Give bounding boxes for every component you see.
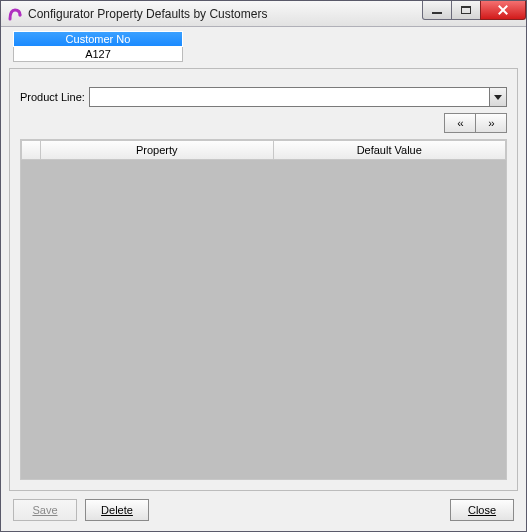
nav-buttons: ‹‹ ›› [20,113,507,133]
save-button-label: Save [32,504,57,516]
delete-button[interactable]: Delete [85,499,149,521]
close-window-button[interactable] [480,1,526,20]
next-button[interactable]: ›› [475,113,507,133]
svg-point-0 [19,13,22,16]
grid-body[interactable] [21,160,506,479]
main-panel: Product Line: ‹‹ ›› Property Default Val… [9,68,518,491]
maximize-button[interactable] [451,1,481,20]
customer-no-header: Customer No [13,31,183,47]
close-button-label: Close [468,504,496,516]
delete-button-label: Delete [101,504,133,516]
column-default-value[interactable]: Default Value [274,140,507,160]
minimize-button[interactable] [422,1,452,20]
product-line-label: Product Line: [20,91,85,103]
customer-grid: Customer No A127 [13,31,183,62]
app-icon [7,6,23,22]
close-button[interactable]: Close [450,499,514,521]
grid-header-row: Property Default Value [21,140,506,160]
product-line-combo[interactable] [89,87,507,107]
product-line-row: Product Line: [20,87,507,107]
window-title: Configurator Property Defaults by Custom… [28,7,267,21]
column-property[interactable]: Property [41,140,274,160]
product-line-input[interactable] [89,87,489,107]
titlebar: Configurator Property Defaults by Custom… [1,1,526,27]
prev-button[interactable]: ‹‹ [444,113,476,133]
properties-grid: Property Default Value [20,139,507,480]
grid-row-header-corner [21,140,41,160]
app-window: Configurator Property Defaults by Custom… [0,0,527,532]
client-area: Customer No A127 Product Line: ‹‹ ›› Pro… [1,27,526,531]
dropdown-icon[interactable] [489,87,507,107]
window-buttons [423,1,526,21]
save-button: Save [13,499,77,521]
footer-buttons: Save Delete Close [7,491,520,525]
customer-no-value[interactable]: A127 [13,47,183,62]
